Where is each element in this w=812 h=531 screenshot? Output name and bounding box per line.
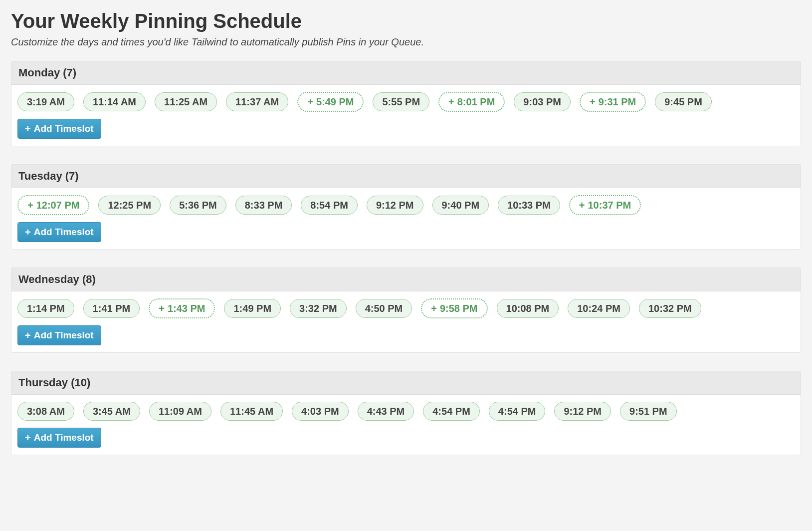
timeslot[interactable]: 8:54 PM [301, 196, 358, 215]
timeslot-label: 10:24 PM [577, 302, 620, 314]
day-header: Thursday (10) [11, 371, 801, 395]
timeslot-label: 9:12 PM [564, 405, 602, 417]
timeslot[interactable]: 9:45 PM [655, 92, 712, 111]
day-block: Monday (7)3:19 AM11:14 AM11:25 AM11:37 A… [11, 61, 801, 146]
timeslot[interactable]: 11:45 AM [220, 402, 283, 421]
timeslot[interactable]: 10:33 PM [498, 196, 560, 215]
timeslot-label: 1:49 PM [233, 302, 271, 314]
plus-icon: + [159, 302, 165, 314]
plus-icon: + [25, 227, 31, 237]
timeslot-label: 11:25 AM [164, 96, 207, 108]
timeslot[interactable]: 10:08 PM [497, 299, 559, 318]
timeslot[interactable]: 12:25 PM [98, 196, 161, 215]
timeslot-label: 9:58 PM [440, 302, 478, 314]
plus-icon: + [431, 302, 437, 314]
timeslot[interactable]: 11:37 AM [226, 92, 288, 111]
timeslot[interactable]: 9:51 PM [620, 402, 677, 421]
timeslot-label: 11:45 AM [230, 405, 273, 417]
suggested-timeslot[interactable]: +12:07 PM [17, 195, 89, 215]
day-header: Wednesday (8) [11, 268, 801, 291]
timeslot[interactable]: 4:54 PM [489, 402, 546, 421]
timeslots-row: 3:08 AM3:45 AM11:09 AM11:45 AM4:03 PM4:4… [11, 395, 801, 428]
timeslot[interactable]: 1:41 PM [83, 299, 140, 318]
timeslot-label: 12:07 PM [36, 199, 80, 211]
timeslot-label: 12:25 PM [108, 199, 151, 211]
suggested-timeslot[interactable]: +9:58 PM [421, 298, 487, 318]
add-timeslot-row: +Add Timeslot [11, 325, 801, 352]
timeslot-label: 3:32 PM [299, 302, 337, 314]
timeslot[interactable]: 3:19 AM [17, 92, 74, 111]
timeslot-label: 4:54 PM [432, 405, 470, 417]
timeslot[interactable]: 1:14 PM [17, 299, 74, 318]
timeslot[interactable]: 3:32 PM [290, 299, 347, 318]
timeslot[interactable]: 5:55 PM [373, 92, 429, 111]
plus-icon: + [25, 330, 31, 340]
timeslot[interactable]: 9:12 PM [367, 196, 423, 215]
add-timeslot-row: +Add Timeslot [11, 222, 801, 249]
add-timeslot-button[interactable]: +Add Timeslot [17, 222, 101, 242]
timeslot[interactable]: 10:24 PM [568, 299, 630, 318]
suggested-timeslot[interactable]: +5:49 PM [297, 92, 364, 112]
timeslot-label: 10:37 PM [588, 199, 631, 211]
timeslot-label: 3:19 AM [27, 96, 65, 108]
timeslot[interactable]: 4:54 PM [423, 402, 480, 421]
timeslot-label: 9:40 PM [442, 199, 480, 211]
timeslot-label: 4:54 PM [498, 405, 536, 417]
timeslot-label: 8:33 PM [245, 199, 283, 211]
plus-icon: + [25, 124, 31, 134]
timeslot-label: 11:37 AM [235, 96, 279, 108]
add-timeslot-row: +Add Timeslot [11, 119, 801, 146]
timeslot[interactable]: 9:40 PM [432, 196, 489, 215]
timeslot-label: 1:14 PM [27, 302, 65, 314]
timeslot-label: 9:51 PM [629, 405, 667, 417]
plus-icon: + [25, 433, 31, 443]
plus-icon: + [27, 199, 33, 211]
timeslot[interactable]: 4:43 PM [358, 402, 414, 421]
suggested-timeslot[interactable]: +9:31 PM [580, 92, 646, 112]
timeslot[interactable]: 4:50 PM [356, 299, 412, 318]
timeslot-label: 5:55 PM [382, 96, 420, 108]
timeslot[interactable]: 1:49 PM [224, 299, 281, 318]
timeslot-label: 10:32 PM [648, 302, 692, 314]
suggested-timeslot[interactable]: +10:37 PM [569, 195, 641, 215]
timeslot[interactable]: 11:09 AM [149, 402, 211, 421]
timeslot[interactable]: 11:14 AM [83, 92, 146, 111]
plus-icon: + [579, 199, 585, 211]
add-timeslot-label: Add Timeslot [34, 123, 94, 134]
add-timeslot-button[interactable]: +Add Timeslot [17, 428, 101, 448]
add-timeslot-button[interactable]: +Add Timeslot [17, 325, 101, 345]
timeslot-label: 4:50 PM [365, 302, 403, 314]
timeslot[interactable]: 9:12 PM [554, 402, 611, 421]
timeslot-label: 9:31 PM [599, 96, 636, 108]
suggested-timeslot[interactable]: +8:01 PM [438, 92, 505, 112]
day-block: Wednesday (8)1:14 PM1:41 PM+1:43 PM1:49 … [11, 267, 801, 353]
add-timeslot-button[interactable]: +Add Timeslot [17, 119, 101, 139]
timeslot[interactable]: 4:03 PM [292, 402, 349, 421]
timeslot[interactable]: 11:25 AM [155, 92, 217, 111]
timeslots-row: +12:07 PM12:25 PM5:36 PM8:33 PM8:54 PM9:… [11, 188, 801, 222]
timeslots-row: 3:19 AM11:14 AM11:25 AM11:37 AM+5:49 PM5… [11, 85, 801, 119]
timeslot[interactable]: 5:36 PM [170, 196, 226, 215]
timeslot[interactable]: 10:32 PM [639, 299, 701, 318]
timeslot-label: 10:08 PM [506, 302, 550, 314]
add-timeslot-label: Add Timeslot [34, 432, 94, 443]
timeslot-label: 3:08 AM [27, 405, 65, 417]
suggested-timeslot[interactable]: +1:43 PM [149, 298, 215, 318]
plus-icon: + [448, 96, 454, 108]
timeslot-label: 9:45 PM [664, 96, 702, 108]
day-header: Tuesday (7) [11, 165, 801, 188]
add-timeslot-row: +Add Timeslot [11, 428, 801, 455]
day-block: Tuesday (7)+12:07 PM12:25 PM5:36 PM8:33 … [11, 164, 801, 250]
timeslot[interactable]: 3:45 AM [83, 402, 140, 421]
timeslot-label: 9:12 PM [376, 199, 414, 211]
timeslot[interactable]: 9:03 PM [514, 92, 571, 111]
timeslot[interactable]: 3:08 AM [17, 402, 74, 421]
page-subtitle: Customize the days and times you'd like … [11, 36, 801, 48]
timeslot[interactable]: 8:33 PM [235, 196, 292, 215]
day-block: Thursday (10)3:08 AM3:45 AM11:09 AM11:45… [11, 371, 801, 455]
timeslot-label: 5:49 PM [316, 96, 354, 108]
page-title: Your Weekly Pinning Schedule [11, 10, 801, 32]
timeslot-label: 5:36 PM [179, 199, 217, 211]
timeslots-row: 1:14 PM1:41 PM+1:43 PM1:49 PM3:32 PM4:50… [11, 291, 801, 325]
timeslot-label: 9:03 PM [523, 96, 561, 108]
